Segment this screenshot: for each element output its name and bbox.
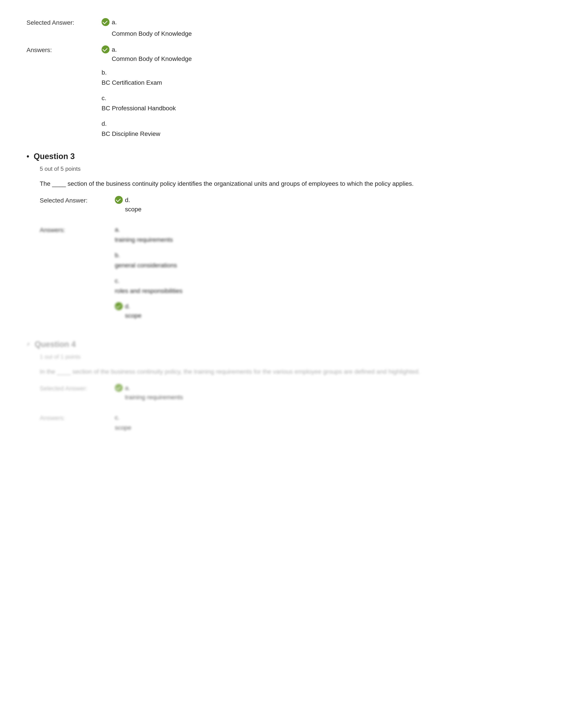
selected-answer-row: a. [102,18,537,27]
q4-selected-text: training requirements [125,394,183,401]
option-d-text: BC Discipline Review [102,130,160,137]
q4-option-c-letter: c. [115,413,537,422]
q3-text: The ____ section of the business continu… [40,179,437,189]
q3-option-d-text: scope [125,312,141,319]
option-b-text: BC Certification Exam [102,79,162,86]
answer-option-c: c. BC Professional Handbook [102,94,537,113]
q4-option-c-text: scope [115,424,131,431]
q3-answers-block: Answers: a. training requirements b. gen… [40,225,537,326]
q3-option-b: b. general considerations [115,251,537,270]
q4-text: In the ____ section of the business cont… [40,367,437,377]
q4-selected-row: a. training requirements [115,383,537,402]
q3-bullet: • [26,152,29,161]
q3-answers-content: a. training requirements b. general cons… [115,225,537,326]
q3-option-a: a. training requirements [115,225,537,244]
checkmark-icon-a [102,45,109,53]
q3-option-d: d. scope [115,302,537,320]
q4-answer-section: Selected Answer: a. training requirement… [40,383,537,439]
q4-selected-letter: a. [125,385,130,391]
q3-option-b-text: general considerations [115,262,177,269]
option-c-text: BC Professional Handbook [102,105,176,112]
answers-label: Answers: [26,45,102,139]
option-d-letter: d. [102,119,537,128]
option-a-letter: a. [112,46,117,53]
q4-answers-label: Answers: [40,413,115,439]
option-b-letter: b. [102,68,537,77]
q4-selected-answer-block: Selected Answer: a. training requirement… [40,383,537,406]
q3-points: 5 out of 5 points [40,165,537,172]
answers-block: Answers: a. Common Body of Knowledge b. … [26,45,537,139]
q4-icon: ✗ [26,342,30,347]
q4-title: Question 4 [35,340,76,349]
answer-option-b: b. BC Certification Exam [102,68,537,87]
q3-answers-label: Answers: [40,225,115,326]
selected-text: Common Body of Knowledge [112,29,537,38]
answer-option-d: d. BC Discipline Review [102,119,537,139]
q3-selected-answer-block: Selected Answer: d. scope [40,195,537,218]
q3-selected-row: d. scope [115,195,537,214]
answers-content: a. Common Body of Knowledge b. BC Certif… [102,45,537,139]
option-c-letter: c. [102,94,537,103]
q4-option-c: c. scope [115,413,537,432]
q3-option-c-letter: c. [115,276,537,285]
selected-answer-label: Selected Answer: [26,18,102,38]
q4-answers-block: Answers: c. scope [40,413,537,439]
q3-checkmark-d [115,302,123,310]
selected-letter: a. [112,18,117,27]
q4-points: 1 out of 1 points [40,353,537,360]
question-2-section: Selected Answer: a. Common Body of Knowl… [26,18,537,139]
answer-option-a: a. Common Body of Knowledge [102,45,537,64]
question-4-section: ✗ Question 4 1 out of 1 points In the __… [26,340,537,439]
q3-checkmark-icon [115,196,123,204]
q4-answers-content: c. scope [115,413,537,439]
q4-selected-label: Selected Answer: [40,383,115,406]
q3-option-a-text: training requirements [115,236,173,243]
option-a-text: Common Body of Knowledge [112,55,192,62]
q4-header: ✗ Question 4 [26,340,537,349]
selected-answer-block: Selected Answer: a. Common Body of Knowl… [26,18,537,38]
selected-answer-content: a. Common Body of Knowledge [102,18,537,38]
q3-title: Question 3 [34,152,75,161]
q4-selected-content: a. training requirements [115,383,537,406]
q3-answer-section: Selected Answer: d. scope Answers: a. t [40,195,537,326]
q3-selected-letter: d. [125,197,130,203]
q3-option-a-letter: a. [115,225,537,234]
q3-option-b-letter: b. [115,251,537,260]
q3-header: • Question 3 [26,152,537,161]
q4-checkmark-icon [115,384,123,392]
q3-selected-text: scope [125,206,141,213]
checkmark-icon [102,18,109,26]
question-3-section: • Question 3 5 out of 5 points The ____ … [26,152,537,326]
q3-selected-content: d. scope [115,195,537,218]
q3-selected-label: Selected Answer: [40,195,115,218]
q3-option-c-text: roles and responsibilities [115,287,182,294]
q3-option-c: c. roles and responsibilities [115,276,537,296]
q3-option-d-letter: d. [125,303,130,310]
